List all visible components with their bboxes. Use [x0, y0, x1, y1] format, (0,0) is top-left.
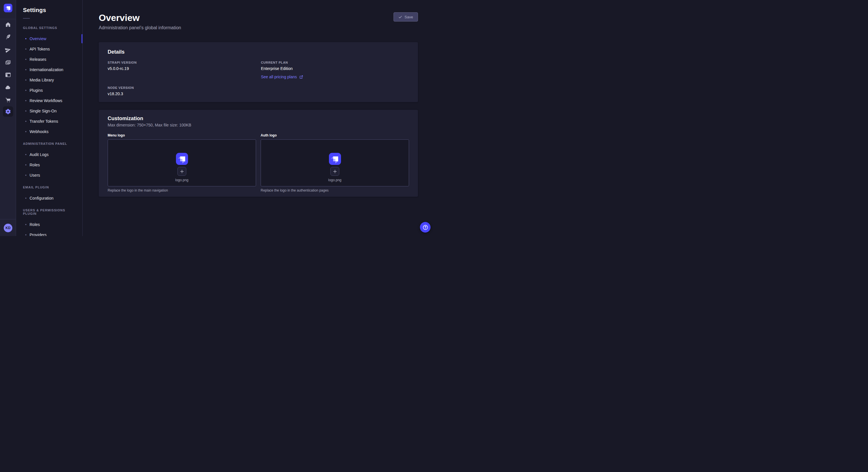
pricing-plans-link-label: See all pricing plans — [261, 74, 297, 79]
current-plan-value: Enterprise Edition — [261, 66, 409, 71]
plus-icon — [333, 169, 337, 174]
home-icon[interactable] — [5, 22, 11, 28]
bullet-icon — [25, 100, 26, 101]
sidebar-item-internationalization[interactable]: Internationalization — [23, 65, 75, 75]
details-card: Details STRAPI VERSION v5.0.0-rc.19 NODE… — [99, 42, 418, 102]
bullet-icon — [25, 59, 26, 60]
cloud-icon[interactable] — [5, 84, 11, 91]
auth-logo-filename: logo.png — [328, 178, 341, 182]
section-users-permissions-plugin: USERS & PERMISSIONS PLUGIN — [23, 208, 75, 215]
sidebar-title-divider — [23, 18, 30, 19]
feather-icon[interactable] — [5, 34, 11, 40]
question-mark-icon — [422, 224, 429, 231]
sidebar-item-plugins[interactable]: Plugins — [23, 85, 75, 96]
sidebar-item-transfer-tokens[interactable]: Transfer Tokens — [23, 116, 75, 127]
sidebar-item-up-providers[interactable]: Providers — [23, 230, 75, 236]
section-global-settings: GLOBAL SETTINGS — [23, 26, 75, 30]
bullet-icon — [25, 121, 26, 122]
bullet-icon — [25, 234, 26, 235]
menu-logo-preview — [176, 153, 188, 165]
sidebar-item-admin-users[interactable]: Users — [23, 170, 75, 180]
administration-panel-list: Audit Logs Roles Users — [23, 149, 75, 180]
current-plan-label: CURRENT PLAN — [261, 61, 409, 64]
strapi-logo[interactable] — [4, 4, 12, 12]
auth-logo-preview — [329, 153, 341, 165]
plus-icon — [180, 169, 184, 174]
sidebar-item-releases[interactable]: Releases — [23, 54, 75, 65]
details-left-column: STRAPI VERSION v5.0.0-rc.19 NODE VERSION… — [107, 61, 261, 96]
sidebar-item-label: Audit Logs — [30, 152, 49, 157]
details-right-column: CURRENT PLAN Enterprise Edition See all … — [261, 61, 409, 96]
active-indicator — [82, 34, 82, 43]
details-card-title: Details — [107, 49, 409, 55]
sidebar-item-label: Internationalization — [30, 67, 63, 72]
auth-logo-add-button[interactable] — [330, 167, 339, 176]
sidebar-item-up-roles[interactable]: Roles — [23, 220, 75, 230]
check-icon — [398, 15, 402, 19]
sidebar-item-label: Media Library — [30, 78, 54, 82]
menu-logo-upload: Menu logo logo.png Replace the logo in t… — [107, 133, 256, 193]
strapi-version-field: STRAPI VERSION v5.0.0-rc.19 — [107, 61, 261, 71]
auth-logo-upload: Auth logo logo.png Replace the logo in t… — [260, 133, 409, 193]
strapi-logo-icon — [176, 153, 188, 165]
avatar[interactable]: KD — [4, 224, 12, 232]
page-subtitle: Administration panel’s global informatio… — [99, 25, 418, 30]
customization-constraints: Max dimension: 750×750, Max file size: 1… — [107, 123, 409, 127]
email-plugin-list: Configuration — [23, 193, 75, 203]
sidebar-item-label: Review Workflows — [30, 98, 62, 103]
paper-plane-icon[interactable] — [5, 47, 11, 53]
sidebar-item-label: Releases — [30, 57, 46, 62]
auth-logo-label: Auth logo — [260, 133, 277, 137]
layout-icon[interactable] — [5, 72, 11, 78]
sidebar-item-webhooks[interactable]: Webhooks — [23, 127, 75, 137]
sidebar-item-label: Single Sign-On — [30, 109, 57, 113]
media-library-icon[interactable] — [5, 59, 11, 66]
settings-gear-icon[interactable] — [3, 106, 13, 117]
menu-logo-add-button[interactable] — [177, 167, 186, 176]
menu-logo-label: Menu logo — [107, 133, 125, 137]
sidebar-item-audit-logs[interactable]: Audit Logs — [23, 149, 75, 160]
node-version-label: NODE VERSION — [107, 86, 261, 90]
section-email-plugin: EMAIL PLUGIN — [23, 186, 75, 189]
sidebar-item-single-sign-on[interactable]: Single Sign-On — [23, 106, 75, 116]
sidebar-item-label: Plugins — [30, 88, 43, 93]
save-button[interactable]: Save — [394, 12, 418, 22]
pricing-plans-link[interactable]: See all pricing plans — [261, 74, 303, 79]
bullet-icon — [25, 131, 26, 132]
customization-card-title: Customization — [107, 115, 409, 122]
menu-logo-dropzone[interactable]: logo.png — [107, 139, 256, 187]
current-plan-field: CURRENT PLAN Enterprise Edition — [261, 61, 409, 71]
sidebar-item-label: Roles — [30, 222, 40, 227]
strapi-admin-app: KD Settings GLOBAL SETTINGS Overview API… — [0, 0, 434, 236]
strapi-logo-icon — [329, 153, 341, 165]
bullet-icon — [25, 110, 26, 111]
bullet-icon — [25, 154, 26, 155]
strapi-version-label: STRAPI VERSION — [107, 61, 261, 64]
sidebar-item-admin-roles[interactable]: Roles — [23, 160, 75, 170]
users-permissions-list: Roles Providers — [23, 220, 75, 236]
settings-sidebar: Settings GLOBAL SETTINGS Overview API To… — [16, 0, 83, 236]
menu-logo-caption: Replace the logo in the main navigation — [107, 189, 256, 193]
sidebar-item-api-tokens[interactable]: API Tokens — [23, 44, 75, 54]
sidebar-item-label: Overview — [30, 36, 46, 41]
sidebar-item-overview[interactable]: Overview — [23, 34, 75, 44]
auth-logo-dropzone[interactable]: logo.png — [260, 139, 409, 187]
external-link-icon — [299, 75, 303, 79]
sidebar-item-email-configuration[interactable]: Configuration — [23, 193, 75, 203]
bullet-icon — [25, 198, 26, 199]
sidebar-item-media-library[interactable]: Media Library — [23, 75, 75, 85]
help-button[interactable] — [420, 222, 431, 233]
marketplace-cart-icon[interactable] — [5, 97, 11, 103]
sidebar-item-review-workflows[interactable]: Review Workflows — [23, 96, 75, 106]
sidebar-item-label: Users — [30, 173, 40, 177]
sidebar-item-label: Providers — [30, 233, 46, 236]
customization-card: Customization Max dimension: 750×750, Ma… — [99, 110, 418, 197]
section-administration-panel: ADMINISTRATION PANEL — [23, 142, 75, 145]
strapi-logo-icon — [4, 4, 12, 12]
bullet-icon — [25, 175, 26, 176]
rail-divider — [0, 19, 16, 19]
bullet-icon — [25, 38, 26, 39]
sidebar-item-label: API Tokens — [30, 47, 50, 51]
bullet-icon — [25, 79, 26, 80]
nav-rail: KD — [0, 0, 16, 236]
